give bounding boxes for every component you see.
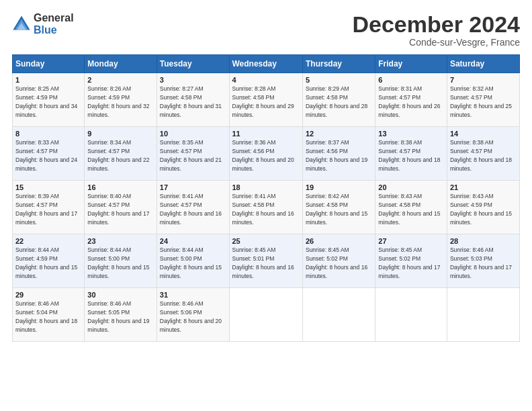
title-block: December 2024 Conde-sur-Vesgre, France <box>352 12 520 48</box>
header-cell-friday: Friday <box>375 55 447 73</box>
day-number: 22 <box>15 237 81 245</box>
day-number: 11 <box>232 130 300 138</box>
day-cell-26: 26 Sunrise: 8:45 AMSunset: 5:02 PMDaylig… <box>302 234 375 288</box>
day-number: 7 <box>450 76 517 84</box>
day-info: Sunrise: 8:27 AMSunset: 4:58 PMDaylight:… <box>160 85 222 118</box>
day-cell-28: 28 Sunrise: 8:46 AMSunset: 5:03 PMDaylig… <box>447 234 519 288</box>
day-info: Sunrise: 8:28 AMSunset: 4:58 PMDaylight:… <box>232 85 294 118</box>
day-info: Sunrise: 8:45 AMSunset: 5:01 PMDaylight:… <box>232 246 294 279</box>
day-cell-19: 19 Sunrise: 8:42 AMSunset: 4:58 PMDaylig… <box>302 181 375 234</box>
day-info: Sunrise: 8:46 AMSunset: 5:04 PMDaylight:… <box>15 300 77 333</box>
day-info: Sunrise: 8:31 AMSunset: 4:57 PMDaylight:… <box>378 85 440 118</box>
day-number: 18 <box>232 183 300 191</box>
day-number: 8 <box>15 130 81 138</box>
day-info: Sunrise: 8:25 AMSunset: 4:59 PMDaylight:… <box>15 85 77 118</box>
day-number: 24 <box>160 237 226 245</box>
day-cell-9: 9 Sunrise: 8:34 AMSunset: 4:57 PMDayligh… <box>85 127 157 181</box>
day-info: Sunrise: 8:41 AMSunset: 4:57 PMDaylight:… <box>160 193 222 226</box>
day-cell-4: 4 Sunrise: 8:28 AMSunset: 4:58 PMDayligh… <box>229 73 302 127</box>
day-info: Sunrise: 8:34 AMSunset: 4:57 PMDaylight:… <box>87 139 149 172</box>
header: General Blue December 2024 Conde-sur-Ves… <box>12 12 520 48</box>
day-cell-15: 15 Sunrise: 8:39 AMSunset: 4:57 PMDaylig… <box>13 181 85 234</box>
day-cell-31: 31 Sunrise: 8:46 AMSunset: 5:06 PMDaylig… <box>157 288 229 342</box>
logo-blue-text: Blue <box>34 24 74 36</box>
day-number: 3 <box>160 76 226 84</box>
day-cell-23: 23 Sunrise: 8:44 AMSunset: 5:00 PMDaylig… <box>85 234 157 288</box>
week-row-2: 8 Sunrise: 8:33 AMSunset: 4:57 PMDayligh… <box>13 127 520 181</box>
day-number: 17 <box>160 183 226 191</box>
day-info: Sunrise: 8:32 AMSunset: 4:57 PMDaylight:… <box>450 85 512 118</box>
logo-icon <box>12 15 31 34</box>
day-info: Sunrise: 8:46 AMSunset: 5:05 PMDaylight:… <box>87 300 149 333</box>
day-info: Sunrise: 8:44 AMSunset: 5:00 PMDaylight:… <box>160 246 222 279</box>
empty-cell <box>447 288 519 342</box>
day-number: 26 <box>306 237 372 245</box>
day-cell-18: 18 Sunrise: 8:41 AMSunset: 4:58 PMDaylig… <box>229 181 302 234</box>
day-info: Sunrise: 8:40 AMSunset: 4:57 PMDaylight:… <box>87 193 149 226</box>
logo: General Blue <box>12 12 74 36</box>
header-cell-saturday: Saturday <box>447 55 519 73</box>
day-info: Sunrise: 8:38 AMSunset: 4:57 PMDaylight:… <box>450 139 512 172</box>
day-info: Sunrise: 8:43 AMSunset: 4:58 PMDaylight:… <box>378 193 440 226</box>
week-row-5: 29 Sunrise: 8:46 AMSunset: 5:04 PMDaylig… <box>13 288 520 342</box>
header-cell-thursday: Thursday <box>302 55 375 73</box>
day-cell-27: 27 Sunrise: 8:45 AMSunset: 5:02 PMDaylig… <box>375 234 447 288</box>
day-info: Sunrise: 8:39 AMSunset: 4:57 PMDaylight:… <box>15 193 77 226</box>
day-cell-20: 20 Sunrise: 8:43 AMSunset: 4:58 PMDaylig… <box>375 181 447 234</box>
day-cell-7: 7 Sunrise: 8:32 AMSunset: 4:57 PMDayligh… <box>447 73 519 127</box>
day-cell-10: 10 Sunrise: 8:35 AMSunset: 4:57 PMDaylig… <box>157 127 229 181</box>
day-cell-30: 30 Sunrise: 8:46 AMSunset: 5:05 PMDaylig… <box>85 288 157 342</box>
day-cell-5: 5 Sunrise: 8:29 AMSunset: 4:58 PMDayligh… <box>302 73 375 127</box>
day-number: 5 <box>306 76 372 84</box>
day-number: 31 <box>160 291 226 299</box>
day-info: Sunrise: 8:45 AMSunset: 5:02 PMDaylight:… <box>378 246 440 279</box>
calendar-table: SundayMondayTuesdayWednesdayThursdayFrid… <box>12 54 520 342</box>
page: General Blue December 2024 Conde-sur-Ves… <box>0 0 532 411</box>
day-cell-14: 14 Sunrise: 8:38 AMSunset: 4:57 PMDaylig… <box>447 127 519 181</box>
day-info: Sunrise: 8:46 AMSunset: 5:06 PMDaylight:… <box>160 300 222 333</box>
day-number: 14 <box>450 130 517 138</box>
day-info: Sunrise: 8:35 AMSunset: 4:57 PMDaylight:… <box>160 139 222 172</box>
day-info: Sunrise: 8:29 AMSunset: 4:58 PMDaylight:… <box>306 85 367 118</box>
location: Conde-sur-Vesgre, France <box>352 37 520 48</box>
day-number: 4 <box>232 76 300 84</box>
day-number: 28 <box>450 237 517 245</box>
day-info: Sunrise: 8:42 AMSunset: 4:58 PMDaylight:… <box>306 193 367 226</box>
day-cell-16: 16 Sunrise: 8:40 AMSunset: 4:57 PMDaylig… <box>85 181 157 234</box>
day-number: 19 <box>306 183 372 191</box>
day-number: 29 <box>15 291 81 299</box>
day-info: Sunrise: 8:44 AMSunset: 4:59 PMDaylight:… <box>15 246 77 279</box>
header-row: SundayMondayTuesdayWednesdayThursdayFrid… <box>13 55 520 73</box>
day-info: Sunrise: 8:33 AMSunset: 4:57 PMDaylight:… <box>15 139 77 172</box>
day-info: Sunrise: 8:46 AMSunset: 5:03 PMDaylight:… <box>450 246 512 279</box>
day-number: 16 <box>87 183 153 191</box>
week-row-3: 15 Sunrise: 8:39 AMSunset: 4:57 PMDaylig… <box>13 181 520 234</box>
day-info: Sunrise: 8:38 AMSunset: 4:57 PMDaylight:… <box>378 139 440 172</box>
day-info: Sunrise: 8:37 AMSunset: 4:56 PMDaylight:… <box>306 139 367 172</box>
day-number: 12 <box>306 130 372 138</box>
day-number: 1 <box>15 76 81 84</box>
logo-text: General Blue <box>34 12 74 36</box>
empty-cell <box>375 288 447 342</box>
header-cell-sunday: Sunday <box>13 55 85 73</box>
day-number: 21 <box>450 183 517 191</box>
header-cell-wednesday: Wednesday <box>229 55 302 73</box>
day-cell-25: 25 Sunrise: 8:45 AMSunset: 5:01 PMDaylig… <box>229 234 302 288</box>
day-number: 30 <box>87 291 153 299</box>
day-cell-1: 1 Sunrise: 8:25 AMSunset: 4:59 PMDayligh… <box>13 73 85 127</box>
day-cell-11: 11 Sunrise: 8:36 AMSunset: 4:56 PMDaylig… <box>229 127 302 181</box>
day-info: Sunrise: 8:45 AMSunset: 5:02 PMDaylight:… <box>306 246 367 279</box>
day-cell-13: 13 Sunrise: 8:38 AMSunset: 4:57 PMDaylig… <box>375 127 447 181</box>
day-cell-17: 17 Sunrise: 8:41 AMSunset: 4:57 PMDaylig… <box>157 181 229 234</box>
empty-cell <box>229 288 302 342</box>
day-info: Sunrise: 8:43 AMSunset: 4:59 PMDaylight:… <box>450 193 512 226</box>
day-number: 20 <box>378 183 444 191</box>
day-number: 23 <box>87 237 153 245</box>
day-cell-29: 29 Sunrise: 8:46 AMSunset: 5:04 PMDaylig… <box>13 288 85 342</box>
day-cell-8: 8 Sunrise: 8:33 AMSunset: 4:57 PMDayligh… <box>13 127 85 181</box>
day-cell-12: 12 Sunrise: 8:37 AMSunset: 4:56 PMDaylig… <box>302 127 375 181</box>
week-row-4: 22 Sunrise: 8:44 AMSunset: 4:59 PMDaylig… <box>13 234 520 288</box>
day-number: 10 <box>160 130 226 138</box>
week-row-1: 1 Sunrise: 8:25 AMSunset: 4:59 PMDayligh… <box>13 73 520 127</box>
day-info: Sunrise: 8:26 AMSunset: 4:59 PMDaylight:… <box>87 85 149 118</box>
